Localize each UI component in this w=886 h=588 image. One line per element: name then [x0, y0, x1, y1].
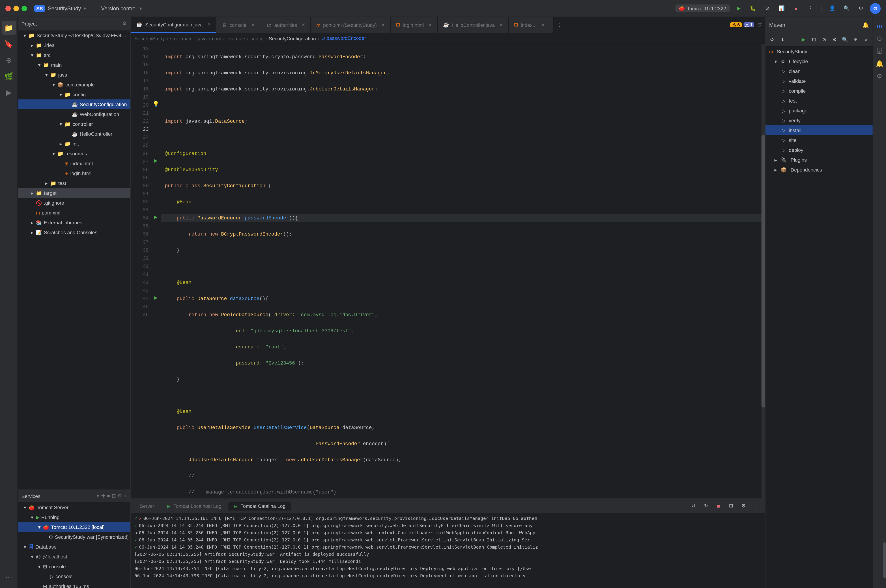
maven-lifecycle-verify[interactable]: ▷ verify [766, 116, 872, 125]
service-war[interactable]: ⚙ SecurityStudy:war [Synchronized] [18, 532, 130, 542]
service-running[interactable]: ▾ ▶ Running [18, 512, 130, 522]
tree-item-java[interactable]: ▾ 📁 java [18, 70, 130, 80]
console-settings-icon[interactable]: ⚙ [738, 501, 749, 511]
tab-authorities[interactable]: 🗂 authorities ✕ [261, 17, 311, 33]
maven-lifecycle-site[interactable]: ▷ site [766, 135, 872, 145]
tree-item-scratches[interactable]: ▸ 📝 Scratches and Consoles [18, 228, 130, 237]
tab-pom-xml[interactable]: m pom.xml (SecurityStudy) ✕ [311, 17, 390, 33]
activity-search-icon[interactable]: ⊕ [2, 53, 16, 67]
tree-item-webconfig[interactable]: ☕ WebConfiguration [18, 109, 130, 119]
tab-close-icon[interactable]: ✕ [541, 22, 545, 27]
tree-item-com-example[interactable]: ▾ 📦 com.example [18, 80, 130, 90]
activity-project-icon[interactable]: 📁 [2, 21, 16, 35]
search-everywhere-button[interactable]: 🔍 [841, 3, 852, 14]
maven-lifecycle-package[interactable]: ▷ package [766, 106, 872, 116]
console-tab-tomcat-catalina[interactable]: ⊞ Tomcat Catalina Log [229, 501, 291, 510]
services-stop-icon[interactable]: ■ [107, 493, 110, 499]
console-tab-tomcat-localhost[interactable]: ⊞ Tomcat Localhost Log [161, 501, 227, 510]
project-selector[interactable]: SS SecurityStudy ▾ [34, 5, 86, 11]
coverage-button[interactable]: ⊙ [762, 3, 773, 14]
tree-item-index-html[interactable]: ⊞ index.html [18, 159, 130, 168]
code-editor[interactable]: 13 14 15 16 17 18 19 20 21 22 23 24 25 2… [131, 44, 765, 498]
tomcat-run-config[interactable]: 🍅 Tomcat 10.1.2322 [675, 4, 730, 12]
maximize-button[interactable] [21, 6, 27, 11]
maven-settings-icon[interactable]: ⚙ [830, 34, 839, 45]
more-options-button[interactable]: ⋮ [805, 3, 816, 14]
tree-item-config[interactable]: ▾ 📁 config [18, 90, 130, 99]
maven-more-icon[interactable]: » [861, 34, 871, 45]
maven-lifecycle-compile[interactable]: ▷ compile [766, 86, 872, 96]
service-tomcat-instance[interactable]: ▾ 🍅 Tomcat 10.1.2322 [local] [18, 522, 130, 532]
tree-item-init[interactable]: ▸ 📁 init [18, 139, 130, 148]
activity-run-icon[interactable]: ▶ [2, 85, 16, 99]
maven-stop-icon[interactable]: ⊡ [809, 34, 818, 45]
tab-overflow-button[interactable]: ⋮ [553, 17, 566, 33]
services-filter-icon[interactable]: ⊟ [112, 493, 116, 499]
maven-dependencies-group[interactable]: ▸ 📦 Dependencies [766, 165, 872, 175]
tab-close-icon[interactable]: ✕ [381, 22, 385, 27]
tab-close-icon[interactable]: ✕ [207, 22, 211, 27]
vcs-dropdown-icon[interactable]: ▾ [139, 5, 142, 11]
tab-login-html[interactable]: ⊞ login.html ✕ [390, 17, 438, 33]
editor-code-content[interactable]: import org.springframework.security.cryp… [161, 44, 761, 498]
tree-item-login-html[interactable]: ⊞ login.html [18, 168, 130, 178]
tree-item-controller[interactable]: ▾ 📁 controller [18, 119, 130, 129]
console-scroll-icon[interactable]: ⊡ [725, 501, 736, 511]
right-activity-db-icon[interactable]: 🗄 [874, 46, 885, 56]
services-settings-icon[interactable]: ⚙ [117, 493, 122, 499]
maven-lifecycle-group[interactable]: ▾ ⚙ Lifecycle [766, 56, 872, 66]
console-more-icon[interactable]: ⋮ [751, 501, 761, 511]
services-collapse-icon[interactable]: ▾ [97, 493, 99, 499]
tree-item-resources[interactable]: ▾ 📁 resources [18, 148, 130, 159]
console-refresh2-icon[interactable]: ↻ [701, 501, 711, 511]
right-activity-gradle-icon[interactable]: G [874, 33, 885, 44]
close-button[interactable] [5, 6, 11, 11]
service-database[interactable]: ▾ 🗄 Database [18, 542, 130, 552]
service-authorities-1[interactable]: ⊞ authorities 166 ms [18, 581, 130, 588]
tree-item-idea[interactable]: ▸ 📁 .idea [18, 40, 130, 50]
expand-editor-button[interactable]: ▽ [758, 22, 761, 28]
console-stop-icon[interactable]: ■ [713, 501, 724, 511]
services-more-icon[interactable]: + [124, 493, 127, 499]
tab-close-icon[interactable]: ✕ [499, 22, 503, 27]
maven-lifecycle-install[interactable]: ▷ install [766, 125, 872, 135]
profiler-button[interactable]: 📊 [776, 3, 787, 14]
run-button[interactable]: ▶ [733, 3, 744, 14]
maven-plugins-group[interactable]: ▸ 🔌 Plugins [766, 155, 872, 165]
activity-vcs-icon[interactable]: 🌿 [2, 69, 16, 83]
tree-item-hellocontroller[interactable]: ☕ HelloController [18, 129, 130, 139]
right-activity-maven-icon[interactable]: m [874, 21, 885, 32]
tree-item-target[interactable]: ▸ 📁 target [18, 188, 130, 198]
tab-close-icon[interactable]: ✕ [302, 22, 305, 27]
activity-more-icon[interactable]: ⋯ [2, 570, 16, 584]
maven-lifecycle-deploy[interactable]: ▷ deploy [766, 145, 872, 155]
tab-console[interactable]: 🖥 console ✕ [216, 17, 261, 33]
settings-button[interactable]: ⚙ [856, 3, 866, 14]
tree-item-external-libraries[interactable]: ▸ 📚 External Libraries [18, 218, 130, 228]
maven-search-icon[interactable]: 🔍 [840, 34, 850, 45]
maven-expand-icon[interactable]: ⊞ [851, 34, 860, 45]
minimize-button[interactable] [14, 6, 19, 11]
tree-item-src[interactable]: ▾ 📁 src [18, 50, 130, 60]
tab-index[interactable]: ⊞ index... ✕ [509, 17, 553, 33]
maven-lifecycle-validate[interactable]: ▷ validate [766, 76, 872, 86]
activity-bookmarks-icon[interactable]: 🔖 [2, 37, 16, 51]
maven-run-icon[interactable]: ▶ [799, 34, 808, 45]
tree-item-pom-xml[interactable]: m pom.xml [18, 208, 130, 218]
maven-download-icon[interactable]: ⬇ [778, 34, 787, 45]
maven-skip-icon[interactable]: ⊘ [820, 34, 829, 45]
tree-item-securitystudy[interactable]: ▾ 📁 SecurityStudy ~/Desktop/CS/JavaEE/4_… [18, 30, 130, 40]
debug-button[interactable]: 🐛 [748, 3, 758, 14]
tree-item-gitignore[interactable]: 🚫 .gitignore [18, 198, 130, 208]
services-add-icon[interactable]: ✚ [101, 493, 105, 499]
maven-add-icon[interactable]: + [788, 34, 798, 45]
tab-securityconfig[interactable]: ☕ SecurityConfiguration.java ✕ [131, 17, 216, 33]
stop-button[interactable]: ■ [791, 3, 801, 14]
service-console-item[interactable]: ▷ console [18, 572, 130, 581]
avatar[interactable]: G [870, 3, 881, 14]
maven-lifecycle-clean[interactable]: ▷ clean [766, 66, 872, 76]
maven-notification-icon[interactable]: 🔔 [862, 22, 869, 28]
maven-refresh-icon[interactable]: ↺ [767, 34, 777, 45]
service-console-group[interactable]: ▾ ⊞ console [18, 562, 130, 572]
editor-scrollbar[interactable] [761, 44, 765, 498]
